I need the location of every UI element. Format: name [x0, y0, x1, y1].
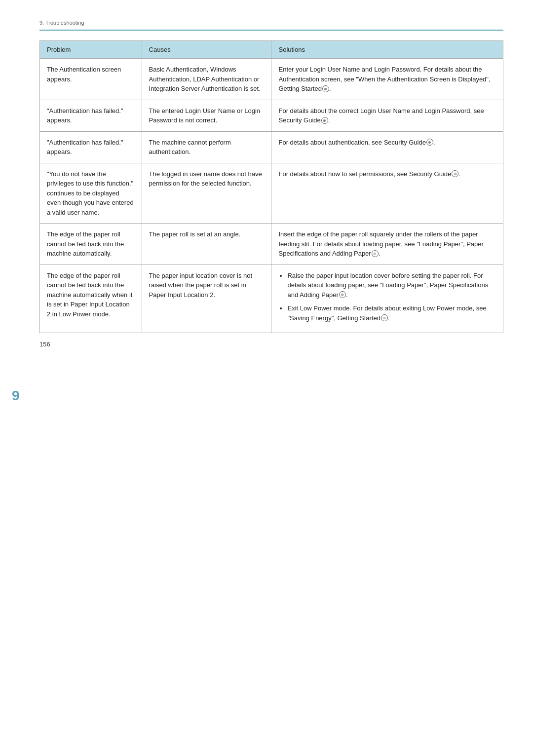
problem-cell: The edge of the paper roll cannot be fed…	[40, 224, 142, 265]
problem-cell: The edge of the paper roll cannot be fed…	[40, 265, 142, 333]
problem-text: "You do not have the privileges to use t…	[47, 170, 134, 216]
causes-text: The entered Login User Name or Login Pas…	[149, 107, 260, 124]
top-rule	[39, 30, 503, 31]
causes-text: The machine cannot perform authenticatio…	[149, 139, 231, 156]
causes-cell: The paper roll is set at an angle.	[142, 224, 271, 265]
solutions-cell: Raise the paper input location cover bef…	[271, 265, 503, 333]
causes-cell: The machine cannot perform authenticatio…	[142, 131, 271, 163]
table-row: The edge of the paper roll cannot be fed…	[40, 265, 503, 333]
solutions-text: For details about how to set permissions…	[278, 170, 451, 178]
table-row: "Authentication has failed." appears. Th…	[40, 100, 503, 131]
breadcrumb: 9. Troubleshooting	[39, 20, 503, 26]
solutions-cell: For details about the correct Login User…	[271, 100, 503, 131]
solutions-text: For details about the correct Login User…	[278, 107, 484, 124]
causes-text: The paper input location cover is not ra…	[149, 272, 253, 299]
causes-cell: The paper input location cover is not ra…	[142, 265, 271, 333]
col-header-causes: Causes	[142, 41, 271, 59]
causes-text: The logged in user name does not have pe…	[149, 170, 262, 188]
ref-icon: ⊕	[372, 250, 379, 257]
causes-cell: The entered Login User Name or Login Pas…	[142, 100, 271, 131]
ref-icon: ⊕	[321, 117, 328, 124]
bullet-text: Raise the paper input location cover bef…	[287, 272, 488, 299]
problem-cell: The Authentication screen appears.	[40, 59, 142, 100]
solutions-cell: Insert the edge of the paper roll square…	[271, 224, 503, 265]
ref-icon: ⊕	[322, 85, 329, 92]
problem-text: "Authentication has failed." appears.	[47, 139, 123, 156]
ref-icon: ⊕	[381, 314, 388, 321]
problem-cell: "You do not have the privileges to use t…	[40, 163, 142, 224]
solutions-bullet-list: Raise the paper input location cover bef…	[278, 271, 496, 323]
problem-text: The edge of the paper roll cannot be fed…	[47, 272, 132, 318]
causes-cell: The logged in user name does not have pe…	[142, 163, 271, 224]
solutions-cell: For details about authentication, see Se…	[271, 131, 503, 163]
table-row: The Authentication screen appears. Basic…	[40, 59, 503, 100]
problem-text: The edge of the paper roll cannot be fed…	[47, 230, 124, 257]
list-item: Exit Low Power mode. For details about e…	[287, 303, 496, 323]
solutions-cell: For details about how to set permissions…	[271, 163, 503, 224]
chapter-number: 9	[10, 385, 22, 407]
solutions-cell: Enter your Login User Name and Login Pas…	[271, 59, 503, 100]
list-item: Raise the paper input location cover bef…	[287, 271, 496, 300]
page-number: 156	[39, 340, 50, 348]
causes-text: Basic Authentication, Windows Authentica…	[149, 66, 261, 92]
solutions-text: Enter your Login User Name and Login Pas…	[278, 66, 490, 92]
problem-cell: "Authentication has failed." appears.	[40, 100, 142, 131]
page-container: 9. Troubleshooting Problem Causes Soluti…	[0, 0, 533, 363]
ref-icon: ⊕	[452, 170, 458, 177]
ref-icon: ⊕	[426, 139, 433, 146]
problem-text: The Authentication screen appears.	[47, 66, 121, 83]
solutions-text: For details about authentication, see Se…	[278, 139, 425, 146]
problem-cell: "Authentication has failed." appears.	[40, 131, 142, 163]
solutions-text: Insert the edge of the paper roll square…	[278, 230, 483, 257]
col-header-problem: Problem	[40, 41, 142, 59]
table-row: "You do not have the privileges to use t…	[40, 163, 503, 224]
col-header-solutions: Solutions	[271, 41, 503, 59]
ref-icon: ⊕	[339, 291, 346, 298]
table-row: The edge of the paper roll cannot be fed…	[40, 224, 503, 265]
troubleshooting-table: Problem Causes Solutions The Authenticat…	[39, 40, 503, 333]
problem-text: "Authentication has failed." appears.	[47, 107, 123, 124]
table-row: "Authentication has failed." appears. Th…	[40, 131, 503, 163]
causes-text: The paper roll is set at an angle.	[149, 230, 241, 238]
causes-cell: Basic Authentication, Windows Authentica…	[142, 59, 271, 100]
